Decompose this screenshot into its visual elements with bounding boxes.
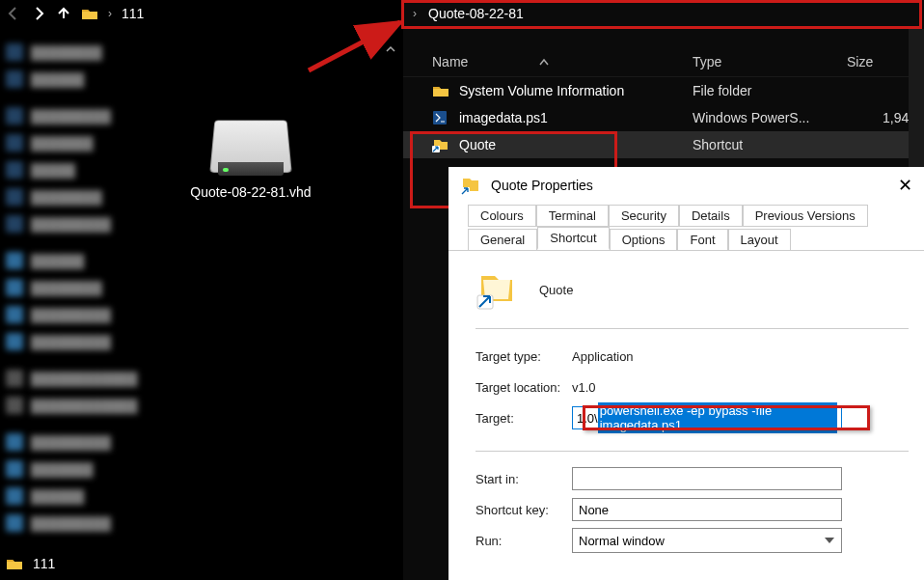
- shortcut-tab-panel: Quote Target type: Application Target lo…: [448, 250, 924, 556]
- left-explorer-window: › 111 ████████ ██████ █████████ ███████ …: [0, 0, 400, 580]
- tab-previous-versions[interactable]: Previous Versions: [743, 205, 868, 227]
- folder-icon: [6, 557, 23, 570]
- tab-options[interactable]: Options: [610, 229, 678, 250]
- sidebar-item[interactable]: █████████: [0, 428, 159, 456]
- target-label: Target:: [476, 411, 572, 426]
- annotation-arrow-icon: [304, 17, 410, 75]
- column-header-name[interactable]: Name: [403, 54, 693, 69]
- dialog-title: Quote Properties: [491, 178, 593, 193]
- shortcutkey-label: Shortcut key:: [476, 503, 572, 517]
- file-tile-label: Quote-08-22-81.vhd: [174, 183, 328, 201]
- sidebar-item[interactable]: ████████: [0, 183, 159, 210]
- svg-line-0: [309, 22, 400, 70]
- tab-general[interactable]: General: [468, 229, 537, 250]
- file-row-folder[interactable]: System Volume Information File folder: [403, 77, 924, 104]
- run-label: Run:: [476, 534, 572, 548]
- column-header-row: Name Type Size: [403, 46, 924, 77]
- properties-dialog: Quote Properties ✕ Colours Terminal Secu…: [448, 167, 924, 580]
- target-location-label: Target location:: [476, 380, 572, 395]
- shortcutkey-input[interactable]: [572, 498, 842, 521]
- sidebar-item[interactable]: ████████: [0, 39, 159, 66]
- sidebar-item[interactable]: █████: [0, 156, 159, 183]
- file-row-name: Quote: [459, 137, 496, 152]
- sidebar-item[interactable]: ███████: [0, 129, 159, 156]
- shortcut-name: Quote: [539, 283, 573, 297]
- file-row-type: File folder: [693, 83, 847, 98]
- target-location-value: v1.0: [572, 380, 909, 395]
- tab-shortcut[interactable]: Shortcut: [537, 227, 609, 250]
- column-header-type[interactable]: Type: [693, 54, 847, 69]
- nav-forward-icon[interactable]: [31, 6, 46, 21]
- folder-icon: [432, 83, 449, 98]
- file-row-name: System Volume Information: [459, 83, 624, 98]
- file-row-type: Windows PowerS...: [693, 110, 847, 125]
- file-row-ps1[interactable]: imagedata.ps1 Windows PowerS... 1,941: [403, 104, 924, 131]
- dialog-titlebar[interactable]: Quote Properties ✕: [448, 167, 924, 204]
- sidebar-item[interactable]: ████████: [0, 274, 159, 301]
- sidebar-item[interactable]: ██████: [0, 66, 159, 93]
- sidebar-item[interactable]: █████████: [0, 102, 159, 129]
- startin-input[interactable]: [572, 467, 842, 490]
- ps1-file-icon: [432, 110, 449, 125]
- breadcrumb-sep-icon: ›: [413, 7, 417, 20]
- close-icon[interactable]: ✕: [891, 175, 918, 198]
- target-type-value: Application: [572, 349, 909, 364]
- tab-font[interactable]: Font: [677, 229, 727, 250]
- sidebar-active-label: 111: [33, 556, 55, 571]
- target-type-label: Target type:: [476, 349, 572, 364]
- sidebar-item[interactable]: ██████: [0, 483, 159, 510]
- sort-caret-icon: [538, 56, 550, 69]
- file-tile-vhd[interactable]: Quote-08-22-81.vhd: [174, 116, 328, 201]
- breadcrumb-folder[interactable]: 111: [122, 6, 144, 21]
- tab-details[interactable]: Details: [679, 205, 743, 227]
- tab-layout[interactable]: Layout: [728, 229, 791, 250]
- shortcut-icon: [460, 175, 481, 196]
- breadcrumb-title-right[interactable]: Quote-08-22-81: [428, 6, 524, 21]
- sidebar-item[interactable]: █████████: [0, 210, 159, 237]
- vhd-drive-icon: [212, 116, 289, 174]
- shortcut-icon: [476, 268, 518, 311]
- sidebar-item[interactable]: █████████: [0, 510, 159, 537]
- breadcrumb-sep-icon: ›: [108, 7, 112, 20]
- file-row-type: Shortcut: [693, 137, 847, 152]
- nav-up-icon[interactable]: [56, 6, 71, 21]
- tab-security[interactable]: Security: [609, 205, 679, 227]
- file-row-name: imagedata.ps1: [459, 110, 548, 125]
- shortcut-icon: [432, 137, 449, 152]
- folder-icon: [81, 7, 98, 20]
- sidebar-tree[interactable]: ████████ ██████ █████████ ███████ █████ …: [0, 39, 159, 537]
- tab-terminal[interactable]: Terminal: [536, 205, 609, 227]
- address-bar-right: › Quote-08-22-81: [403, 0, 924, 27]
- nav-back-icon[interactable]: [6, 6, 21, 21]
- sidebar-item[interactable]: ██████: [0, 247, 159, 274]
- tab-colours[interactable]: Colours: [468, 205, 536, 227]
- sidebar-item[interactable]: █████████: [0, 328, 159, 355]
- sidebar-item-active[interactable]: 111: [6, 556, 55, 571]
- sidebar-item[interactable]: █████████: [0, 301, 159, 328]
- target-selected-text: powershell.exe -ep bypass -file imagedat…: [598, 402, 837, 433]
- tab-strip: Colours Terminal Security Details Previo…: [448, 204, 924, 250]
- sidebar-item[interactable]: ████████████: [0, 392, 159, 419]
- file-row-shortcut[interactable]: Quote Shortcut 2: [403, 131, 924, 158]
- startin-label: Start in:: [476, 472, 572, 486]
- sidebar-item[interactable]: ████████████: [0, 365, 159, 392]
- sidebar-item[interactable]: ███████: [0, 456, 159, 483]
- target-prefix: 1.0\: [577, 411, 598, 426]
- run-select[interactable]: Normal window: [572, 528, 842, 553]
- target-input[interactable]: 1.0\powershell.exe -ep bypass -file imag…: [572, 406, 842, 429]
